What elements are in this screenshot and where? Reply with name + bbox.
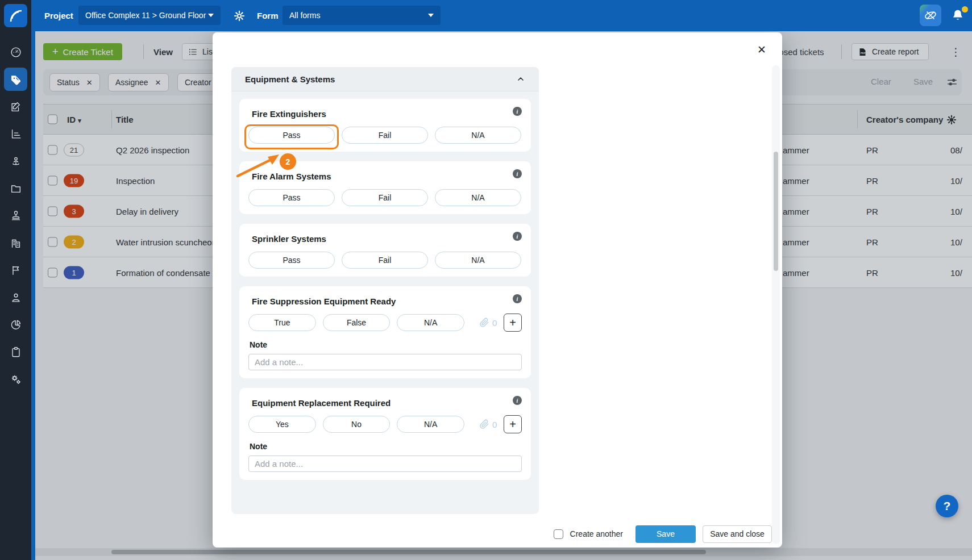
form-field-card: Equipment Replacement Required i YesNoN/…: [239, 388, 531, 480]
note-input[interactable]: [248, 354, 522, 370]
attachment-count: 0: [492, 420, 497, 429]
field-label: Equipment Replacement Required: [252, 398, 522, 408]
form-label: Form: [257, 0, 279, 31]
attachments-control[interactable]: 0: [479, 419, 497, 429]
sidebar-item-dashboard[interactable]: [4, 40, 27, 64]
option-pill-fail[interactable]: Fail: [342, 252, 428, 269]
info-icon[interactable]: i: [513, 294, 522, 303]
tag-icon: [10, 73, 22, 86]
modal-footer: Create another Save Save and close: [213, 525, 772, 543]
project-settings-gear[interactable]: [233, 0, 246, 31]
field-label: Sprinkler Systems: [252, 234, 522, 244]
save-and-close-button[interactable]: Save and close: [703, 525, 772, 543]
option-pill-n-a[interactable]: N/A: [435, 127, 521, 144]
logo-zone: [0, 0, 31, 31]
buildings-icon: [10, 237, 22, 249]
help-button[interactable]: ?: [936, 495, 958, 517]
create-another-label: Create another: [570, 529, 623, 538]
sidebar-item-analytics[interactable]: [4, 313, 27, 336]
app-logo[interactable]: [4, 4, 27, 27]
add-attachment-button[interactable]: +: [504, 314, 522, 332]
modal-scrollbar-thumb[interactable]: [774, 152, 778, 271]
option-pill-row: PassFailN/A: [248, 127, 522, 144]
atom-icon: [924, 9, 937, 22]
attachment-count: 0: [492, 318, 497, 328]
project-selector-value: Office Complex 11 > Ground Floor: [85, 11, 206, 20]
create-another-checkbox[interactable]: [554, 529, 563, 539]
option-pill-true[interactable]: True: [248, 314, 316, 331]
sidebar-accent-strip: [31, 0, 35, 560]
sidebar-nav: ❯: [0, 31, 31, 560]
sidebar-item-milestones[interactable]: [4, 258, 27, 282]
note-label: Note: [250, 340, 522, 349]
paperclip-icon: [479, 419, 489, 429]
sidebar-item-site-workers[interactable]: [4, 149, 27, 173]
sidebar-item-reports[interactable]: [4, 122, 27, 145]
clipboard-icon: [10, 346, 22, 358]
info-icon[interactable]: i: [513, 107, 522, 116]
gear-icon: [233, 10, 246, 22]
note-input[interactable]: [248, 455, 522, 472]
form-selector-value: All forms: [289, 11, 320, 20]
option-pill-pass[interactable]: Pass: [248, 252, 335, 269]
add-attachment-button[interactable]: +: [504, 415, 522, 433]
sidebar-item-tickets[interactable]: [4, 68, 27, 91]
save-button[interactable]: Save: [635, 525, 696, 543]
note-label: Note: [250, 442, 522, 451]
sidebar-item-settings[interactable]: [4, 367, 27, 391]
option-pill-fail[interactable]: Fail: [342, 127, 428, 144]
top-bar: Project Office Complex 11 > Ground Floor…: [0, 0, 972, 31]
flag-icon: [10, 264, 22, 277]
info-icon[interactable]: i: [513, 396, 522, 405]
info-icon[interactable]: i: [513, 232, 522, 241]
chevron-down-icon: [208, 14, 214, 17]
modal-close-button[interactable]: ✕: [754, 41, 770, 57]
paperclip-icon: [479, 317, 489, 328]
project-selector[interactable]: Office Complex 11 > Ground Floor: [78, 6, 221, 25]
notifications-button[interactable]: [950, 8, 967, 25]
sidebar-item-forms[interactable]: [4, 95, 27, 118]
chart-icon: [10, 128, 22, 140]
project-label: Project: [44, 0, 73, 31]
gears-icon: [10, 373, 22, 386]
spiral-logo-icon: [7, 7, 24, 24]
sidebar-item-stamps[interactable]: [4, 204, 27, 227]
annotation-arrow-icon: [232, 149, 285, 182]
info-icon[interactable]: i: [513, 169, 522, 178]
sidebar-item-projects[interactable]: [4, 177, 27, 200]
option-pill-n-a[interactable]: N/A: [435, 189, 521, 206]
section-title: Equipment & Systems: [245, 74, 335, 84]
field-label: Fire Extinguishers: [252, 109, 522, 119]
form-field-card: Fire Extinguishers i PassFailN/A: [239, 99, 531, 152]
option-pill-pass[interactable]: Pass: [248, 127, 335, 144]
option-pill-yes[interactable]: Yes: [248, 416, 316, 433]
form-panel: Equipment & Systems Fire Extinguishers i…: [231, 67, 539, 514]
attachments-control[interactable]: 0: [479, 317, 497, 328]
option-pill-n-a[interactable]: N/A: [435, 252, 521, 269]
stamp-icon: [10, 210, 22, 222]
option-pill-n-a[interactable]: N/A: [397, 314, 464, 331]
pie-chart-icon: [10, 319, 22, 331]
form-field-card: Sprinkler Systems i PassFailN/A: [239, 224, 531, 277]
edit-form-icon: [10, 101, 22, 113]
option-pill-pass[interactable]: Pass: [248, 189, 335, 206]
form-selector[interactable]: All forms: [283, 6, 441, 25]
chevron-up-icon: [516, 74, 525, 83]
modal-scrollbar[interactable]: [772, 65, 780, 544]
app-switcher-button[interactable]: [920, 5, 941, 26]
section-header-equipment-systems[interactable]: Equipment & Systems: [231, 67, 539, 91]
gauge-icon: [10, 46, 22, 58]
folder-icon: [10, 182, 22, 195]
option-pill-n-a[interactable]: N/A: [397, 416, 464, 433]
option-pill-no[interactable]: No: [323, 416, 391, 433]
option-pill-false[interactable]: False: [323, 314, 391, 331]
sidebar-item-tasks[interactable]: [4, 340, 27, 363]
ticket-form-modal: ✕ Equipment & Systems Fire Extinguishers…: [213, 32, 782, 548]
chevron-down-icon: [428, 14, 434, 17]
sidebar-item-users[interactable]: [4, 286, 27, 309]
person-pin-icon: [10, 155, 22, 168]
option-pill-fail[interactable]: Fail: [342, 189, 428, 206]
option-pill-row: PassFailN/A: [248, 252, 522, 269]
person-icon: [10, 291, 22, 304]
sidebar-item-companies[interactable]: [4, 231, 27, 254]
